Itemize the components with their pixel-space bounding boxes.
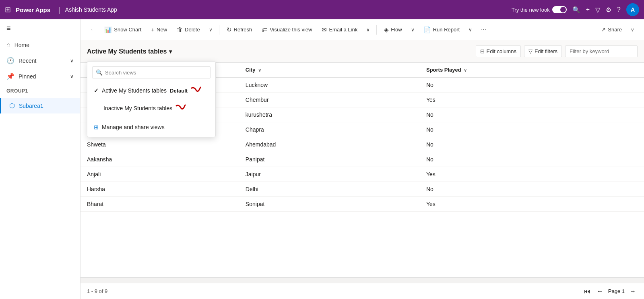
cell-sports: No [420,137,644,152]
next-page-button[interactable]: → [628,287,638,296]
show-chart-label: Show Chart [114,27,141,33]
cell-sports: Yes [420,167,644,182]
share-chevron-button[interactable]: ∨ [627,25,638,35]
app-name-label: Power Apps [16,6,50,13]
edit-filters-button[interactable]: ▽ Edit filters [524,45,562,57]
flow-button[interactable]: ◈ Flow [380,24,406,36]
horizontal-scrollbar[interactable] [80,277,644,283]
sidebar-toggle[interactable]: ≡ [0,19,80,37]
city-sort-icon: ∨ [258,68,261,72]
chart-icon: 📊 [104,26,112,33]
dropdown-item-active[interactable]: ✓ Active My Students tables Default [87,82,215,99]
search-views-container: 🔍 [92,66,211,78]
view-title-button[interactable]: Active My Students tables ▾ [87,48,172,55]
email-link-button[interactable]: ✉ Email a Link [318,24,361,36]
view-header-actions: ⊟ Edit columns ▽ Edit filters [476,45,638,57]
search-icon[interactable]: 🔍 [572,6,580,14]
visualize-button[interactable]: 🏷 Visualize this view [258,24,316,35]
sports-sort-icon: ∨ [464,68,467,72]
column-header-city[interactable]: City ∨ [239,63,420,77]
pagination-controls: ⏮ ← Page 1 → [582,287,638,296]
delete-icon: 🗑 [177,26,183,33]
search-views-input[interactable] [105,70,207,76]
cell-name: Bharat [80,197,239,212]
email-link-label: Email a Link [329,27,357,33]
cell-city: Chapra [239,122,420,137]
cell-sports: No [420,122,644,137]
delete-label: Delete [185,27,200,33]
cell-sports: No [420,107,644,122]
new-look-toggle[interactable] [552,6,567,13]
filter-keyword-input[interactable] [565,45,638,57]
new-label: New [157,27,167,33]
column-header-sports[interactable]: Sports Played ∨ [420,63,644,77]
sidebar-group-label: Group1 [0,84,80,98]
cell-sports: Yes [420,197,644,212]
manage-views-item[interactable]: ⊞ Manage and share views [87,121,215,134]
share-button[interactable]: ↗ Share [597,24,626,35]
new-plus-icon: + [151,26,155,33]
table-row[interactable]: AakanshaPanipatNo [80,152,644,167]
top-right-controls: Try the new look 🔍 + ▽ ⚙ ? A [512,3,639,16]
table-row[interactable]: HarshaDelhiNo [80,182,644,197]
share-chevron-icon: ∨ [631,27,634,33]
table-row[interactable]: BharatSonipatYes [80,197,644,212]
dropdown-item-inactive[interactable]: Inactive My Students tables [87,99,215,117]
edit-columns-button[interactable]: ⊟ Edit columns [476,45,521,57]
try-new-label: Try the new look [512,7,550,13]
delete-chevron-icon: ∨ [209,27,213,33]
help-icon[interactable]: ? [617,6,621,13]
new-button[interactable]: + New [147,24,171,35]
report-chevron-icon: ∨ [469,27,472,33]
sidebar-item-subarea1[interactable]: ⬡ Subarea1 [0,98,80,113]
cell-sports: No [420,152,644,167]
red-checkmark-2 [175,103,187,114]
more-icon: ⋯ [481,27,486,33]
first-page-button[interactable]: ⏮ [582,287,592,296]
top-navigation-bar: ⊞ Power Apps | Ashish Students App Try t… [0,0,644,19]
add-icon[interactable]: + [586,6,590,13]
sidebar-pinned-label: Pinned [19,73,36,80]
cell-sports: No [420,77,644,93]
flow-chevron-icon: ∨ [411,27,415,33]
cell-city: Panipat [239,152,420,167]
view-title-chevron-icon: ▾ [169,48,172,55]
cell-sports: Yes [420,93,644,107]
waffle-icon[interactable]: ⊞ [5,5,11,14]
red-checkmark-1 [190,85,202,96]
avatar[interactable]: A [626,3,639,16]
record-count: 1 - 9 of 9 [87,288,107,294]
report-chevron-button[interactable]: ∨ [465,25,475,35]
manage-icon: ⊞ [94,124,99,130]
dropdown-divider [87,119,215,119]
table-row[interactable]: ShwetaAhemdabadNo [80,137,644,152]
visualize-icon: 🏷 [262,26,268,33]
show-chart-button[interactable]: 📊 Show Chart [100,24,145,36]
cell-city: Delhi [239,182,420,197]
settings-icon[interactable]: ⚙ [606,6,611,14]
back-nav-button[interactable]: ← [87,24,99,35]
prev-page-button[interactable]: ← [595,287,605,296]
sidebar-item-pinned[interactable]: 📌 Pinned ∨ [0,68,80,84]
delete-chevron-button[interactable]: ∨ [206,25,216,35]
visualize-label: Visualize this view [270,27,312,33]
cell-name: Harsha [80,182,239,197]
sidebar-item-recent[interactable]: 🕐 Recent ∨ [0,53,80,68]
filter-icon[interactable]: ▽ [595,6,600,14]
home-icon: ⌂ [6,41,10,49]
refresh-button[interactable]: ↻ Refresh [223,24,256,36]
email-chevron-button[interactable]: ∨ [363,25,373,35]
refresh-icon: ↻ [227,26,232,33]
toolbar: ← 📊 Show Chart + New 🗑 Delete ∨ ↻ Refres… [80,19,644,40]
table-row[interactable]: AnjaliJaipurYes [80,167,644,182]
more-button[interactable]: ⋯ [477,24,490,35]
sidebar-item-home[interactable]: ⌂ Home [0,37,80,53]
flow-label: Flow [391,27,402,33]
report-icon: 📄 [423,26,431,33]
flow-chevron-button[interactable]: ∨ [408,25,418,35]
active-check-icon: ✓ [94,87,99,94]
cell-name: Anjali [80,167,239,182]
delete-button[interactable]: 🗑 Delete [173,24,204,35]
run-report-button[interactable]: 📄 Run Report [419,24,464,36]
edit-columns-icon: ⊟ [480,48,485,54]
